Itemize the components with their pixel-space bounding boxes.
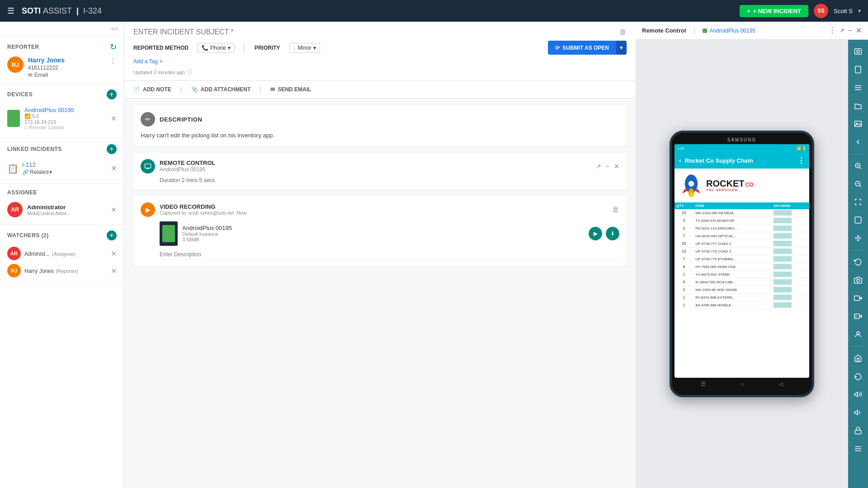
toolbar-list-button[interactable] — [850, 80, 866, 96]
reporter-name[interactable]: Harry Jones — [28, 56, 105, 64]
toolbar-move-button[interactable] — [850, 230, 866, 246]
toolbar-folder-button[interactable] — [850, 98, 866, 114]
toolbar-user-button[interactable] — [850, 326, 866, 343]
table-cell-onhand — [772, 217, 809, 225]
svg-rect-12 — [855, 66, 861, 73]
device-name[interactable]: AndroidPlus 00195 — [24, 107, 106, 113]
user-avatar[interactable]: SS — [814, 4, 828, 18]
download-recording-button[interactable]: ⬇ — [606, 227, 619, 240]
linked-incident-icon: 📋 — [7, 163, 19, 174]
user-dropdown-icon[interactable]: ▾ — [858, 8, 861, 14]
remote-panel-external-link-button[interactable]: ↗ — [840, 27, 844, 34]
device-version: 📶 5.0 — [24, 113, 106, 119]
device-nav-menu[interactable]: ☰ — [701, 381, 706, 387]
reporter-phone: 4161112222 — [28, 65, 105, 71]
add-linked-incident-button[interactable]: + — [107, 144, 117, 154]
reporter-email-label: Email — [34, 72, 48, 78]
table-row: 15 WK-2319-000 KEYBOA... — [675, 209, 809, 217]
toolbar-collapse-button[interactable] — [850, 134, 866, 150]
remove-assignee-button[interactable]: ✕ — [111, 206, 117, 214]
remote-control-external-link[interactable]: ↗ — [596, 163, 601, 170]
recording-description-input[interactable] — [160, 249, 619, 260]
reporter-sync-icon[interactable]: ↻ — [110, 42, 117, 52]
add-note-button[interactable]: 📄 ADD NOTE — [133, 86, 171, 93]
remote-panel-minimize-button[interactable]: − — [848, 27, 852, 35]
remote-panel-options-button[interactable]: ⋮ — [829, 26, 836, 35]
toolbar-fit-screen-button[interactable] — [850, 194, 866, 210]
reported-method-dropdown[interactable]: 📞 Phone ▾ — [198, 43, 235, 53]
device-back-button[interactable]: ‹ — [679, 157, 681, 164]
device-ip: 172.16.24.215 — [24, 119, 106, 125]
hamburger-menu[interactable]: ☰ — [7, 6, 14, 16]
remote-control-close[interactable]: ✕ — [614, 163, 619, 170]
remove-device-button[interactable]: ✕ — [111, 114, 117, 123]
device-nav-back[interactable]: ◁ — [779, 381, 783, 387]
toolbar-zoom-out-button[interactable] — [850, 176, 866, 192]
devices-section-title: DEVICES — [7, 91, 33, 98]
remote-control-panel-header: Remote Control | AndroidPlus 00195 ⋮ ↗ −… — [636, 22, 868, 40]
toolbar-home-button[interactable] — [850, 350, 866, 366]
delete-recording-button[interactable]: 🗑 — [612, 206, 619, 214]
device-nav-home[interactable]: ○ — [741, 381, 744, 387]
add-tag-icon: + — [160, 58, 163, 65]
relation-dropdown-icon[interactable]: ▾ — [49, 169, 52, 175]
play-recording-button[interactable]: ▶ — [589, 227, 602, 240]
reporter-options-button[interactable]: ⋮ — [109, 56, 117, 65]
toolbar-lock-button[interactable] — [850, 422, 866, 439]
send-email-button[interactable]: ✉ SEND EMAIL — [270, 86, 311, 93]
submit-dropdown-button[interactable]: ▾ — [616, 41, 627, 55]
table-cell-item: UP-5739-778 COAX 3 — [693, 248, 772, 255]
add-watcher-button[interactable]: + — [107, 230, 117, 240]
table-cell-qty: 9 — [675, 278, 693, 286]
remote-control-minimize[interactable]: − — [606, 163, 609, 170]
reporter-section: REPORTER ↻ RJ Harry Jones 4161112222 ✉ E… — [0, 37, 124, 84]
add-device-button[interactable]: + — [107, 89, 117, 99]
remove-linked-incident-button[interactable]: ✕ — [111, 164, 117, 173]
remove-watcher-2-button[interactable]: ✕ — [111, 267, 117, 275]
info-icon: ⓘ — [187, 68, 192, 76]
assignee-section: ASSIGNEE AR Administrator MobiControl Ad… — [0, 184, 124, 225]
delete-incident-button[interactable]: 🗑 — [619, 28, 627, 36]
toolbar-screenshot-button[interactable] — [850, 43, 866, 60]
linked-incident-id[interactable]: I-112 — [22, 161, 52, 168]
toolbar-video-record-button[interactable] — [850, 308, 866, 324]
link-icon: 🔗 — [22, 169, 29, 175]
toolbar-menu-button[interactable] — [850, 441, 866, 457]
table-row: 2 FH-0012-115 ERGOMO... — [675, 225, 809, 232]
new-incident-button[interactable]: + + NEW INCIDENT — [740, 5, 808, 17]
right-side-panel: Remote Control | AndroidPlus 00195 ⋮ ↗ −… — [636, 22, 868, 488]
toolbar-zoom-in-button[interactable] — [850, 158, 866, 174]
collapse-sidebar-button[interactable]: << — [111, 25, 118, 33]
device-app-more-button[interactable]: ⋮ — [797, 156, 805, 165]
add-attachment-button[interactable]: 📎 ADD ATTACHMENT — [191, 86, 250, 93]
remote-control-card-title: REMOTE CONTROL — [160, 160, 216, 166]
remove-watcher-1-button[interactable]: ✕ — [111, 249, 117, 258]
submit-as-open-button[interactable]: ⟳ SUBMIT AS OPEN — [548, 41, 616, 55]
toolbar-image-button[interactable] — [850, 116, 866, 132]
remote-panel-close-button[interactable]: ✕ — [856, 26, 862, 35]
toolbar-volume-up-button[interactable] — [850, 386, 866, 403]
toolbar-undo-button[interactable] — [850, 368, 866, 385]
incident-subject-input[interactable] — [133, 28, 615, 36]
toolbar-rotate-button[interactable] — [850, 254, 866, 270]
company-name: ROCKET — [706, 179, 744, 188]
user-name-label[interactable]: Scott S — [834, 8, 853, 14]
svg-marker-27 — [859, 296, 862, 300]
app-title: SOTI ASSIST | I-324 — [22, 6, 102, 16]
company-co: CO. — [745, 182, 755, 188]
table-row: 2 WK-2320-00 HDD 500GB — [675, 286, 809, 294]
toolbar-fullscreen-button[interactable] — [850, 212, 866, 228]
svg-rect-10 — [855, 49, 862, 54]
capture-time: Now — [235, 210, 246, 216]
reported-method-label: REPORTED METHOD — [133, 45, 189, 51]
toolbar-camera-button[interactable] — [850, 272, 866, 288]
priority-dropdown[interactable]: ↓ Minor ▾ — [289, 43, 320, 53]
svg-point-11 — [857, 50, 859, 53]
add-tag-button[interactable]: Add a Tag + — [133, 58, 163, 65]
toolbar-video-button[interactable] — [850, 290, 866, 306]
updated-text: Updated 2 minutes ago — [133, 70, 185, 75]
toolbar-tablet-button[interactable] — [850, 61, 866, 78]
svg-point-9 — [689, 192, 693, 197]
toolbar-volume-down-button[interactable] — [850, 404, 866, 421]
remote-panel-device-name[interactable]: AndroidPlus 00195 — [710, 28, 755, 34]
